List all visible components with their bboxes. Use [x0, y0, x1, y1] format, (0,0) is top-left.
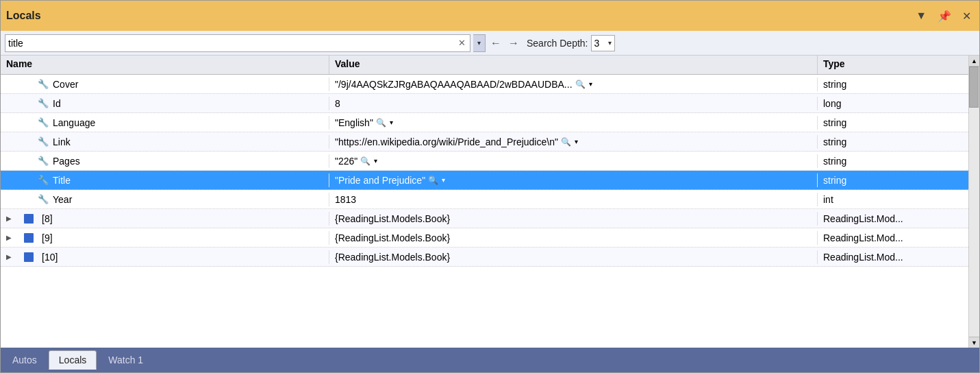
wrench-icon: 🔧	[38, 117, 49, 128]
cell-name: 🔧 Year	[1, 193, 329, 206]
row-name: Id	[53, 98, 61, 109]
row-name: Link	[53, 136, 71, 147]
locals-window: Locals ▼ 📌 ✕ ✕ ▾ ← → Search Depth: 3 ▾ N…	[0, 0, 980, 373]
table-row[interactable]: 🔧 Link "https://en.wikipedia.org/wiki/Pr…	[1, 132, 968, 152]
table-row[interactable]: 🔧 Id 8 long	[1, 94, 968, 113]
cube-icon	[24, 252, 34, 262]
expand-arrow-icon[interactable]: ▶	[6, 253, 12, 261]
value-dropdown-icon[interactable]: ▾	[441, 176, 446, 184]
table-row[interactable]: ▶ [8] {ReadingList.Models.Book} ReadingL…	[1, 209, 968, 228]
scrollbar-track	[969, 67, 979, 337]
row-value: "Pride and Prejudice"	[335, 175, 425, 186]
title-bar: Locals ▼ 📌 ✕	[1, 1, 979, 31]
col-name-header: Name	[1, 56, 329, 74]
row-value: 1813	[335, 194, 356, 205]
cell-type: string	[818, 116, 968, 130]
cell-value: "Pride and Prejudice" 🔍 ▾	[329, 173, 818, 187]
wrench-icon: 🔧	[38, 194, 49, 204]
cell-type: string	[818, 173, 968, 187]
cell-type: int	[818, 193, 968, 206]
row-name: Cover	[53, 79, 78, 90]
cell-value: "/9j/4AAQSkZJRgABAQAAAQABAAD/2wBDAAUDBA.…	[329, 77, 818, 91]
row-name: Year	[53, 194, 72, 205]
cell-name: ▶ [10]	[1, 250, 329, 264]
col-value-header: Value	[329, 56, 818, 74]
cell-value: 8	[329, 97, 818, 110]
dropdown-btn[interactable]: ▼	[913, 8, 929, 23]
main-content: Name Value Type 🔧 Cover "/9j/4AAQSkZJRgA…	[1, 56, 979, 348]
table-row[interactable]: ▶ [10] {ReadingList.Models.Book} Reading…	[1, 248, 968, 267]
cell-name: ▶ [8]	[1, 212, 329, 226]
cell-name: 🔧 Pages	[1, 154, 329, 168]
expand-arrow-icon[interactable]: ▶	[6, 234, 12, 241]
row-name: Title	[53, 175, 71, 186]
wrench-icon: 🔧	[38, 98, 49, 108]
search-depth-label: Search Depth:	[527, 38, 588, 49]
value-dropdown-icon[interactable]: ▾	[389, 119, 394, 126]
scrollbar: ▲ ▼	[968, 56, 979, 348]
search-icon[interactable]: 🔍	[360, 156, 370, 166]
expand-arrow-icon[interactable]: ▶	[6, 215, 12, 222]
cell-type: string	[818, 77, 968, 91]
search-input[interactable]	[8, 38, 457, 49]
scrollbar-down-button[interactable]: ▼	[969, 337, 980, 348]
search-icon[interactable]: 🔍	[428, 176, 438, 185]
tab-watch1-label: Watch 1	[108, 354, 143, 365]
search-input-wrap: ✕	[5, 34, 470, 52]
row-name: Language	[53, 117, 95, 128]
value-dropdown-icon[interactable]: ▾	[574, 138, 579, 145]
title-bar-controls: ▼ 📌 ✕	[913, 8, 974, 24]
nav-back-button[interactable]: ←	[488, 37, 503, 49]
cube-icon	[24, 233, 34, 243]
cell-value: 1813	[329, 193, 818, 206]
value-dropdown-icon[interactable]: ▾	[373, 157, 378, 165]
wrench-icon: 🔧	[38, 136, 49, 147]
row-value: "https://en.wikipedia.org/wiki/Pride_and…	[335, 136, 558, 147]
cell-type: long	[818, 97, 968, 110]
cell-value: "English" 🔍 ▾	[329, 116, 818, 130]
table-row[interactable]: 🔧 Year 1813 int	[1, 190, 968, 209]
scrollbar-thumb[interactable]	[969, 67, 979, 108]
row-value: {ReadingList.Models.Book}	[335, 232, 450, 243]
tab-locals[interactable]: Locals	[49, 350, 97, 370]
bottom-tabs: Autos Locals Watch 1	[1, 348, 979, 372]
search-clear-button[interactable]: ✕	[457, 38, 467, 48]
cell-name: 🔧 Link	[1, 135, 329, 149]
table-body: 🔧 Cover "/9j/4AAQSkZJRgABAQAAAQABAAD/2wB…	[1, 75, 968, 348]
table-row-selected[interactable]: 🔧 Title "Pride and Prejudice" 🔍 ▾ string	[1, 171, 968, 190]
table-row[interactable]: 🔧 Pages "226" 🔍 ▾ string	[1, 152, 968, 171]
tab-autos[interactable]: Autos	[2, 350, 47, 370]
pin-btn[interactable]: 📌	[935, 8, 954, 24]
row-value: "226"	[335, 156, 357, 167]
tab-autos-label: Autos	[12, 354, 37, 365]
depth-dropdown-button[interactable]: ▾	[608, 39, 612, 47]
scrollbar-up-button[interactable]: ▲	[969, 56, 980, 67]
cell-value: {ReadingList.Models.Book}	[329, 250, 818, 264]
table-row[interactable]: ▶ [9] {ReadingList.Models.Book} ReadingL…	[1, 228, 968, 248]
search-icon[interactable]: 🔍	[376, 118, 386, 128]
depth-value-wrap: 3 ▾	[591, 35, 615, 51]
search-bar: ✕ ▾ ← → Search Depth: 3 ▾	[1, 31, 979, 56]
cell-name: 🔧 Title	[1, 173, 329, 187]
value-dropdown-icon[interactable]: ▾	[588, 80, 593, 88]
row-value: "/9j/4AAQSkZJRgABAQAAAQABAAD/2wBDAAUDBA.…	[335, 79, 573, 90]
cell-type: string	[818, 135, 968, 149]
cell-value: "226" 🔍 ▾	[329, 154, 818, 168]
tab-watch1[interactable]: Watch 1	[98, 350, 153, 370]
search-icon[interactable]: 🔍	[575, 80, 586, 89]
cell-name: 🔧 Language	[1, 116, 329, 130]
search-dropdown-button[interactable]: ▾	[473, 34, 486, 52]
row-name: Pages	[53, 156, 80, 167]
table-row[interactable]: 🔧 Language "English" 🔍 ▾ string	[1, 113, 968, 132]
tab-locals-label: Locals	[59, 354, 86, 365]
search-icon[interactable]: 🔍	[561, 137, 571, 147]
nav-forward-button[interactable]: →	[506, 37, 521, 49]
depth-value: 3	[594, 38, 607, 49]
wrench-icon: 🔧	[38, 156, 49, 166]
row-name: [10]	[42, 252, 58, 263]
close-btn[interactable]: ✕	[959, 8, 974, 24]
table-row[interactable]: 🔧 Cover "/9j/4AAQSkZJRgABAQAAAQABAAD/2wB…	[1, 75, 968, 94]
cell-type: ReadingList.Mod...	[818, 212, 968, 226]
cell-value: "https://en.wikipedia.org/wiki/Pride_and…	[329, 135, 818, 149]
cell-value: {ReadingList.Models.Book}	[329, 212, 818, 226]
